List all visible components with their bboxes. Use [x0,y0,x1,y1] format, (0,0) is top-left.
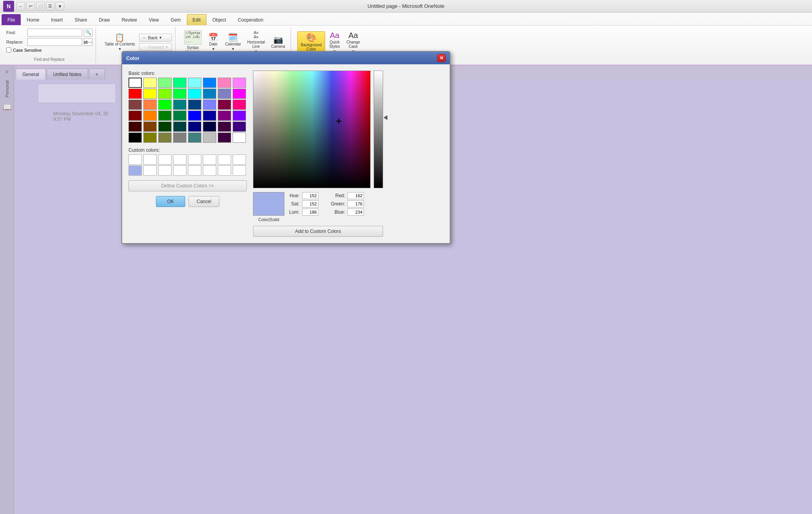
basic-color-swatch-22[interactable] [218,100,231,110]
luminosity-slider[interactable] [374,71,383,188]
basic-color-swatch-10[interactable] [158,89,172,99]
back-nav-btn[interactable]: ← Back ▼ [139,34,172,42]
color-spectrum[interactable] [253,71,371,188]
basic-color-swatch-2[interactable] [158,78,172,88]
tab-unfiled-notes[interactable]: Unfiled Notes [47,69,88,80]
basic-color-swatch-30[interactable] [218,111,231,121]
basic-color-swatch-40[interactable] [128,133,142,143]
basic-color-swatch-35[interactable] [173,122,186,132]
basic-color-swatch-9[interactable] [143,89,157,99]
replace-button[interactable]: ab→ [84,38,92,46]
tab-file[interactable]: File [2,14,21,25]
custom-color-swatch-3[interactable] [173,154,186,165]
custom-color-swatch-9[interactable] [143,165,157,176]
calendar-btn[interactable]: 🗓️ Calendar ▼ [223,32,244,53]
dialog-close-btn[interactable]: ✕ [437,54,446,62]
undo-btn[interactable]: ↩ [26,2,35,11]
basic-color-swatch-37[interactable] [203,122,216,132]
custom-color-swatch-1[interactable] [143,154,157,165]
basic-color-swatch-28[interactable] [188,111,201,121]
red-input[interactable] [347,192,364,199]
lum-input[interactable] [302,209,318,216]
tab-new[interactable]: + [89,69,105,80]
tab-draw[interactable]: Draw [93,14,116,25]
case-sensitive-checkbox[interactable] [6,47,11,53]
basic-color-swatch-41[interactable] [143,133,157,143]
basic-color-swatch-42[interactable] [158,133,172,143]
custom-color-swatch-4[interactable] [188,154,201,165]
custom-color-swatch-13[interactable] [203,165,216,176]
view-toggle-btn[interactable]: ⬜ [36,2,45,11]
tab-gem[interactable]: Gem [165,14,187,25]
custom-color-swatch-6[interactable] [218,154,231,165]
basic-color-swatch-31[interactable] [233,111,246,121]
basic-color-swatch-7[interactable] [233,78,246,88]
view-toggle-btn2[interactable]: ☰ [46,2,54,11]
date-btn[interactable]: 📅 Date ▼ [206,32,221,53]
forward-nav-btn[interactable]: → Forward ▼ [139,43,172,51]
basic-color-swatch-3[interactable] [173,78,186,88]
basic-color-swatch-19[interactable] [173,100,186,110]
basic-color-swatch-12[interactable] [188,89,201,99]
basic-color-swatch-4[interactable] [188,78,201,88]
tab-edit[interactable]: Edit [187,14,207,25]
define-custom-colors-btn[interactable]: Define Custom Colors >> [128,180,247,191]
find-input[interactable] [27,29,82,36]
basic-color-swatch-47[interactable] [233,133,246,143]
basic-color-swatch-21[interactable] [203,100,216,110]
hue-input[interactable] [302,192,318,199]
basic-color-swatch-29[interactable] [203,111,216,121]
tab-general[interactable]: General [16,69,46,80]
basic-color-swatch-13[interactable] [203,89,216,99]
basic-color-swatch-11[interactable] [173,89,186,99]
custom-color-swatch-8[interactable] [128,165,142,176]
basic-color-swatch-15[interactable] [233,89,246,99]
basic-color-swatch-23[interactable] [233,100,246,110]
basic-color-swatch-16[interactable] [128,100,142,110]
basic-color-swatch-1[interactable] [143,78,157,88]
basic-color-swatch-8[interactable] [128,89,142,99]
tab-insert[interactable]: Insert [45,14,69,25]
table-of-contents-btn[interactable]: 📋 Table of Contents ▼ [102,32,137,53]
green-input[interactable] [347,200,364,207]
basic-color-swatch-33[interactable] [143,122,157,132]
tab-home[interactable]: Home [21,14,45,25]
basic-color-swatch-44[interactable] [188,133,201,143]
basic-color-swatch-18[interactable] [158,100,172,110]
basic-color-swatch-43[interactable] [173,133,186,143]
basic-color-swatch-39[interactable] [233,122,246,132]
add-to-custom-colors-btn[interactable]: Add to Custom Colors [253,226,383,237]
basic-color-swatch-5[interactable] [203,78,216,88]
tab-view[interactable]: View [143,14,165,25]
basic-color-swatch-32[interactable] [128,122,142,132]
background-color-btn[interactable]: 🎨 Background Color [297,31,325,53]
basic-color-swatch-17[interactable] [143,100,157,110]
basic-color-swatch-46[interactable] [218,133,231,143]
basic-color-swatch-20[interactable] [188,100,201,110]
custom-color-swatch-15[interactable] [233,165,246,176]
tab-object[interactable]: Object [206,14,232,25]
custom-color-swatch-10[interactable] [158,165,172,176]
search-button[interactable]: 🔍 [84,29,92,36]
tab-cooperation[interactable]: Cooperation [232,14,269,25]
color-dialog[interactable]: Color ✕ Basic colors: Custom colors: Def… [121,51,450,244]
custom-color-swatch-5[interactable] [203,154,216,165]
basic-color-swatch-6[interactable] [218,78,231,88]
basic-color-swatch-34[interactable] [158,122,172,132]
custom-color-swatch-0[interactable] [128,154,142,165]
custom-color-swatch-14[interactable] [218,165,231,176]
cancel-button[interactable]: Cancel [188,196,219,207]
custom-color-swatch-7[interactable] [233,154,246,165]
notebook-icon[interactable]: 📖 [3,103,11,112]
basic-color-swatch-14[interactable] [218,89,231,99]
blue-input[interactable] [347,209,364,216]
basic-color-swatch-25[interactable] [143,111,157,121]
basic-color-swatch-27[interactable] [173,111,186,121]
custom-color-swatch-11[interactable] [173,165,186,176]
quick-access-arrow[interactable]: ▼ [56,2,64,11]
basic-color-swatch-36[interactable] [188,122,201,132]
replace-input[interactable] [27,38,82,46]
basic-color-swatch-45[interactable] [203,133,216,143]
sat-input[interactable] [302,200,318,207]
camera-btn[interactable]: 📷 Camera [269,34,288,50]
